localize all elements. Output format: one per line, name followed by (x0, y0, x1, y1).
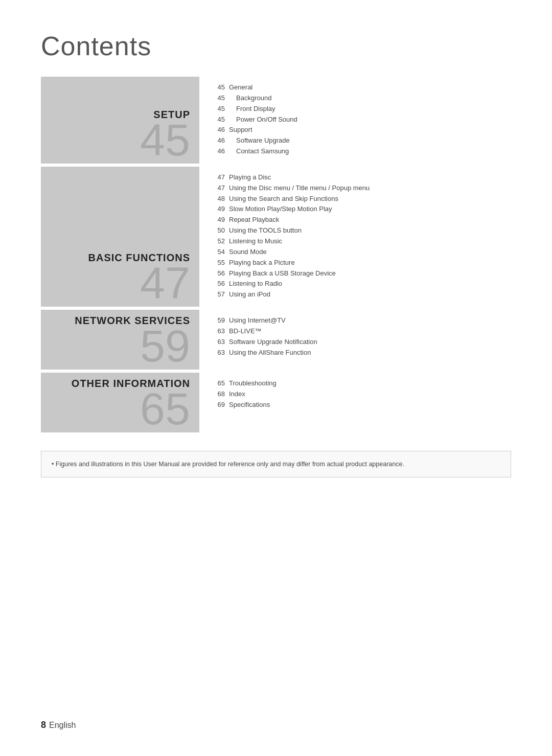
list-item: 56Listening to Radio (215, 279, 511, 289)
section-content-other-information: 65Troubleshooting68Index69Specifications (199, 373, 511, 432)
page-footer: 8 English (41, 720, 76, 730)
section-row-network-services: NETWORK SERVICES5959Using Internet@TV63B… (41, 310, 511, 370)
list-item: 48Using the Search and Skip Functions (215, 194, 511, 204)
section-number-basic-functions: 47 (140, 264, 190, 303)
content-item-label: BD-LIVE™ (229, 327, 262, 336)
content-page-number: 47 (215, 173, 229, 182)
list-item: 57Using an iPod (215, 290, 511, 300)
content-page-number: 45 (215, 83, 229, 93)
section-label-network-services: NETWORK SERVICES59 (41, 310, 199, 370)
content-item-label: Specifications (229, 400, 270, 410)
content-item-label: Playing a Disc (229, 173, 271, 182)
section-content-basic-functions: 47Playing a Disc47Using the Disc menu / … (199, 167, 511, 307)
content-item-label: Using the Disc menu / Title menu / Popup… (229, 184, 370, 193)
content-page-number: 52 (215, 237, 229, 246)
footer-language: English (49, 721, 76, 730)
content-item-label: Slow Motion Play/Step Motion Play (229, 204, 332, 214)
sections-wrapper: SETUP4545General45Background45Front Disp… (41, 77, 511, 436)
content-item-label: Contact Samsung (229, 147, 289, 156)
content-page-number: 50 (215, 226, 229, 236)
content-page-number: 46 (215, 136, 229, 146)
list-item: 68Index (215, 390, 511, 399)
list-item: 50Using the TOOLS button (215, 226, 511, 236)
list-item: 47Playing a Disc (215, 173, 511, 182)
section-label-other-information: OTHER INFORMATION65 (41, 373, 199, 432)
list-item: 46Contact Samsung (215, 147, 511, 156)
list-item: 54Sound Mode (215, 247, 511, 257)
content-page-number: 45 (215, 115, 229, 125)
content-page-number: 57 (215, 290, 229, 300)
list-item: 45Background (215, 94, 511, 103)
list-item: 45Power On/Off Sound (215, 115, 511, 125)
section-row-basic-functions: BASIC FUNCTIONS4747Playing a Disc47Using… (41, 167, 511, 307)
list-item: 45General (215, 83, 511, 93)
notice-text: • Figures and illustrations in this User… (52, 460, 500, 469)
list-item: 52Listening to Music (215, 237, 511, 246)
content-item-label: Front Display (229, 104, 275, 114)
list-item: 55Playing back a Picture (215, 258, 511, 268)
content-item-label: Index (229, 390, 245, 399)
content-page-number: 45 (215, 94, 229, 103)
content-page-number: 48 (215, 194, 229, 204)
content-page-number: 63 (215, 327, 229, 336)
content-item-label: Playing Back a USB Storage Device (229, 269, 336, 279)
list-item: 46Software Upgrade (215, 136, 511, 146)
content-item-label: Background (229, 94, 271, 103)
content-item-label: Using the Search and Skip Functions (229, 194, 338, 204)
page-container: Contents SETUP4545General45Background45F… (0, 0, 552, 508)
content-page-number: 56 (215, 279, 229, 289)
section-row-setup: SETUP4545General45Background45Front Disp… (41, 77, 511, 164)
list-item: 49Slow Motion Play/Step Motion Play (215, 204, 511, 214)
content-page-number: 54 (215, 247, 229, 257)
content-item-label: Troubleshooting (229, 379, 277, 388)
section-content-network-services: 59Using Internet@TV63BD-LIVE™63Software … (199, 310, 511, 370)
content-item-label: Power On/Off Sound (229, 115, 297, 125)
list-item: 59Using Internet@TV (215, 316, 511, 326)
content-item-label: Software Upgrade Notification (229, 337, 317, 347)
content-item-label: Listening to Radio (229, 279, 282, 289)
section-row-other-information: OTHER INFORMATION6565Troubleshooting68In… (41, 373, 511, 432)
section-label-setup: SETUP45 (41, 77, 199, 164)
content-page-number: 63 (215, 337, 229, 347)
content-page-number: 47 (215, 184, 229, 193)
list-item: 65Troubleshooting (215, 379, 511, 388)
content-page-number: 55 (215, 258, 229, 268)
section-number-network-services: 59 (140, 327, 190, 365)
content-page-number: 56 (215, 269, 229, 279)
content-item-label: Using the TOOLS button (229, 226, 302, 236)
content-page-number: 68 (215, 390, 229, 399)
content-item-label: Repeat Playback (229, 215, 279, 225)
list-item: 69Specifications (215, 400, 511, 410)
content-item-label: Software Upgrade (229, 136, 290, 146)
section-label-basic-functions: BASIC FUNCTIONS47 (41, 167, 199, 307)
content-page-number: 65 (215, 379, 229, 388)
list-item: 46Support (215, 125, 511, 135)
list-item: 56Playing Back a USB Storage Device (215, 269, 511, 279)
content-page-number: 46 (215, 125, 229, 135)
section-number-other-information: 65 (140, 390, 190, 428)
content-item-label: Listening to Music (229, 237, 282, 246)
list-item: 63Software Upgrade Notification (215, 337, 511, 347)
content-item-label: Playing back a Picture (229, 258, 295, 268)
content-page-number: 49 (215, 204, 229, 214)
content-page-number: 69 (215, 400, 229, 410)
footer-page-number: 8 (41, 720, 46, 730)
content-page-number: 46 (215, 147, 229, 156)
list-item: 63BD-LIVE™ (215, 327, 511, 336)
content-item-label: Using the AllShare Function (229, 348, 311, 358)
content-page-number: 63 (215, 348, 229, 358)
content-item-label: Using Internet@TV (229, 316, 286, 326)
list-item: 63Using the AllShare Function (215, 348, 511, 358)
content-item-label: Using an iPod (229, 290, 270, 300)
list-item: 45Front Display (215, 104, 511, 114)
section-content-setup: 45General45Background45Front Display45Po… (199, 77, 511, 164)
content-page-number: 49 (215, 215, 229, 225)
content-page-number: 45 (215, 104, 229, 114)
list-item: 47Using the Disc menu / Title menu / Pop… (215, 184, 511, 193)
page-title: Contents (41, 31, 511, 61)
list-item: 49Repeat Playback (215, 215, 511, 225)
content-item-label: Support (229, 125, 252, 135)
notice-box: • Figures and illustrations in this User… (41, 451, 511, 478)
content-item-label: Sound Mode (229, 247, 267, 257)
section-number-setup: 45 (140, 121, 190, 159)
